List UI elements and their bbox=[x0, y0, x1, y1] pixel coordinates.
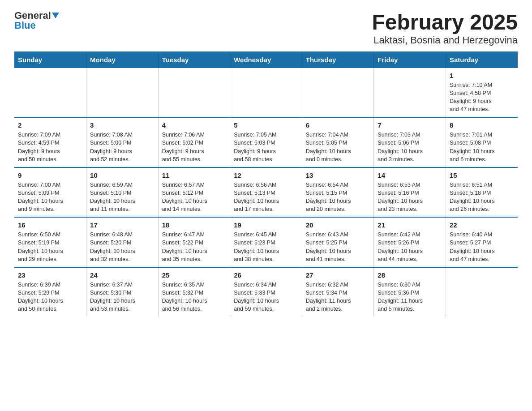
day-info: Sunrise: 7:10 AM Sunset: 4:58 PM Dayligh… bbox=[450, 81, 514, 114]
calendar-cell: 28Sunrise: 6:30 AM Sunset: 5:36 PM Dayli… bbox=[374, 267, 446, 317]
calendar-cell bbox=[158, 68, 230, 118]
calendar-cell: 14Sunrise: 6:53 AM Sunset: 5:16 PM Dayli… bbox=[374, 167, 446, 218]
calendar-cell bbox=[230, 68, 302, 118]
day-info: Sunrise: 7:06 AM Sunset: 5:02 PM Dayligh… bbox=[162, 131, 227, 163]
day-info: Sunrise: 6:37 AM Sunset: 5:30 PM Dayligh… bbox=[90, 281, 154, 313]
calendar-title: February 2025 bbox=[372, 11, 518, 34]
calendar-cell: 19Sunrise: 6:45 AM Sunset: 5:23 PM Dayli… bbox=[230, 217, 302, 267]
day-number: 2 bbox=[18, 121, 82, 129]
calendar-cell bbox=[86, 68, 159, 118]
calendar-week-row: 23Sunrise: 6:39 AM Sunset: 5:29 PM Dayli… bbox=[14, 267, 518, 317]
day-info: Sunrise: 7:09 AM Sunset: 4:59 PM Dayligh… bbox=[18, 131, 82, 163]
day-number: 13 bbox=[306, 171, 370, 179]
day-of-week-header: Tuesday bbox=[158, 51, 230, 68]
day-number: 25 bbox=[162, 271, 227, 279]
day-number: 19 bbox=[234, 221, 298, 229]
calendar-cell: 9Sunrise: 7:00 AM Sunset: 5:09 PM Daylig… bbox=[14, 167, 86, 218]
day-number: 14 bbox=[378, 171, 442, 179]
day-info: Sunrise: 6:56 AM Sunset: 5:13 PM Dayligh… bbox=[234, 181, 298, 214]
day-number: 17 bbox=[90, 221, 154, 229]
day-number: 12 bbox=[234, 171, 298, 179]
day-number: 3 bbox=[90, 121, 154, 129]
calendar-cell: 6Sunrise: 7:04 AM Sunset: 5:05 PM Daylig… bbox=[302, 117, 374, 167]
calendar-cell: 7Sunrise: 7:03 AM Sunset: 5:06 PM Daylig… bbox=[374, 117, 446, 167]
day-number: 4 bbox=[162, 121, 227, 129]
day-of-week-header: Sunday bbox=[14, 51, 86, 68]
calendar-cell: 21Sunrise: 6:42 AM Sunset: 5:26 PM Dayli… bbox=[374, 217, 446, 267]
day-info: Sunrise: 6:32 AM Sunset: 5:34 PM Dayligh… bbox=[306, 281, 370, 313]
day-number: 10 bbox=[90, 171, 154, 179]
logo-triangle-icon bbox=[52, 13, 59, 18]
calendar-cell: 22Sunrise: 6:40 AM Sunset: 5:27 PM Dayli… bbox=[446, 217, 518, 267]
calendar-cell: 13Sunrise: 6:54 AM Sunset: 5:15 PM Dayli… bbox=[302, 167, 374, 218]
calendar-table: SundayMondayTuesdayWednesdayThursdayFrid… bbox=[14, 51, 518, 317]
calendar-cell bbox=[446, 267, 518, 317]
day-info: Sunrise: 7:05 AM Sunset: 5:03 PM Dayligh… bbox=[234, 131, 298, 163]
calendar-cell: 24Sunrise: 6:37 AM Sunset: 5:30 PM Dayli… bbox=[86, 267, 159, 317]
day-number: 23 bbox=[18, 271, 82, 279]
calendar-cell: 25Sunrise: 6:35 AM Sunset: 5:32 PM Dayli… bbox=[158, 267, 230, 317]
day-number: 9 bbox=[18, 171, 82, 179]
calendar-cell: 20Sunrise: 6:43 AM Sunset: 5:25 PM Dayli… bbox=[302, 217, 374, 267]
calendar-header-row: SundayMondayTuesdayWednesdayThursdayFrid… bbox=[14, 51, 518, 68]
calendar-week-row: 1Sunrise: 7:10 AM Sunset: 4:58 PM Daylig… bbox=[14, 68, 518, 118]
day-info: Sunrise: 6:48 AM Sunset: 5:20 PM Dayligh… bbox=[90, 231, 154, 263]
day-info: Sunrise: 6:51 AM Sunset: 5:18 PM Dayligh… bbox=[450, 181, 514, 214]
day-number: 1 bbox=[450, 72, 514, 79]
day-of-week-header: Thursday bbox=[302, 51, 374, 68]
day-number: 21 bbox=[378, 221, 442, 229]
day-info: Sunrise: 6:50 AM Sunset: 5:19 PM Dayligh… bbox=[18, 231, 82, 263]
logo-blue-text: Blue bbox=[14, 20, 36, 31]
calendar-cell: 26Sunrise: 6:34 AM Sunset: 5:33 PM Dayli… bbox=[230, 267, 302, 317]
title-block: February 2025 Laktasi, Bosnia and Herzeg… bbox=[372, 11, 518, 46]
day-info: Sunrise: 6:35 AM Sunset: 5:32 PM Dayligh… bbox=[162, 281, 227, 313]
day-info: Sunrise: 7:00 AM Sunset: 5:09 PM Dayligh… bbox=[18, 181, 82, 214]
day-info: Sunrise: 6:34 AM Sunset: 5:33 PM Dayligh… bbox=[234, 281, 298, 313]
day-number: 16 bbox=[18, 221, 82, 229]
day-info: Sunrise: 6:42 AM Sunset: 5:26 PM Dayligh… bbox=[378, 231, 442, 263]
calendar-week-row: 9Sunrise: 7:00 AM Sunset: 5:09 PM Daylig… bbox=[14, 167, 518, 218]
day-of-week-header: Saturday bbox=[446, 51, 518, 68]
day-info: Sunrise: 6:47 AM Sunset: 5:22 PM Dayligh… bbox=[162, 231, 227, 263]
logo: General Blue bbox=[14, 11, 59, 30]
calendar-week-row: 2Sunrise: 7:09 AM Sunset: 4:59 PM Daylig… bbox=[14, 117, 518, 167]
day-number: 28 bbox=[378, 271, 442, 279]
day-info: Sunrise: 7:01 AM Sunset: 5:08 PM Dayligh… bbox=[450, 131, 514, 163]
calendar-subtitle: Laktasi, Bosnia and Herzegovina bbox=[372, 34, 518, 46]
day-info: Sunrise: 6:45 AM Sunset: 5:23 PM Dayligh… bbox=[234, 231, 298, 263]
calendar-cell: 16Sunrise: 6:50 AM Sunset: 5:19 PM Dayli… bbox=[14, 217, 86, 267]
calendar-cell: 12Sunrise: 6:56 AM Sunset: 5:13 PM Dayli… bbox=[230, 167, 302, 218]
calendar-cell: 3Sunrise: 7:08 AM Sunset: 5:00 PM Daylig… bbox=[86, 117, 159, 167]
calendar-cell bbox=[14, 68, 86, 118]
calendar-cell bbox=[374, 68, 446, 118]
day-info: Sunrise: 7:08 AM Sunset: 5:00 PM Dayligh… bbox=[90, 131, 154, 163]
calendar-week-row: 16Sunrise: 6:50 AM Sunset: 5:19 PM Dayli… bbox=[14, 217, 518, 267]
calendar-cell: 15Sunrise: 6:51 AM Sunset: 5:18 PM Dayli… bbox=[446, 167, 518, 218]
calendar-cell: 17Sunrise: 6:48 AM Sunset: 5:20 PM Dayli… bbox=[86, 217, 159, 267]
day-number: 22 bbox=[450, 221, 514, 229]
logo-general-row: General bbox=[14, 11, 59, 21]
calendar-cell: 11Sunrise: 6:57 AM Sunset: 5:12 PM Dayli… bbox=[158, 167, 230, 218]
day-info: Sunrise: 6:30 AM Sunset: 5:36 PM Dayligh… bbox=[378, 281, 442, 313]
day-of-week-header: Monday bbox=[86, 51, 159, 68]
day-number: 20 bbox=[306, 221, 370, 229]
day-info: Sunrise: 6:53 AM Sunset: 5:16 PM Dayligh… bbox=[378, 181, 442, 214]
day-number: 15 bbox=[450, 171, 514, 179]
header: General Blue February 2025 Laktasi, Bosn… bbox=[14, 11, 518, 46]
day-of-week-header: Friday bbox=[374, 51, 446, 68]
day-number: 24 bbox=[90, 271, 154, 279]
calendar-cell: 27Sunrise: 6:32 AM Sunset: 5:34 PM Dayli… bbox=[302, 267, 374, 317]
day-number: 18 bbox=[162, 221, 227, 229]
logo-blue-row: Blue bbox=[14, 21, 36, 30]
calendar-cell: 1Sunrise: 7:10 AM Sunset: 4:58 PM Daylig… bbox=[446, 68, 518, 118]
day-number: 6 bbox=[306, 121, 370, 129]
day-number: 5 bbox=[234, 121, 298, 129]
day-number: 8 bbox=[450, 121, 514, 129]
day-info: Sunrise: 6:57 AM Sunset: 5:12 PM Dayligh… bbox=[162, 181, 227, 214]
calendar-cell: 8Sunrise: 7:01 AM Sunset: 5:08 PM Daylig… bbox=[446, 117, 518, 167]
calendar-cell: 2Sunrise: 7:09 AM Sunset: 4:59 PM Daylig… bbox=[14, 117, 86, 167]
day-number: 11 bbox=[162, 171, 227, 179]
day-info: Sunrise: 6:40 AM Sunset: 5:27 PM Dayligh… bbox=[450, 231, 514, 263]
day-info: Sunrise: 7:03 AM Sunset: 5:06 PM Dayligh… bbox=[378, 131, 442, 163]
day-number: 7 bbox=[378, 121, 442, 129]
